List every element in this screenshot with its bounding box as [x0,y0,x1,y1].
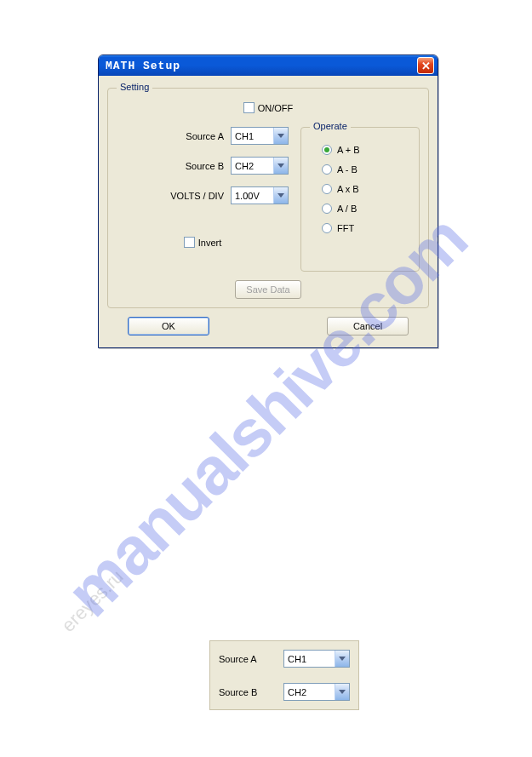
source-a-row: Source A CH1 [117,127,289,145]
operate-radio-fft[interactable]: FFT [322,223,405,233]
window-title: MATH Setup [106,60,180,72]
setting-groupbox: Setting ON/OFF Source A CH1 [107,88,429,308]
operate-radio-adivb[interactable]: A / B [322,204,405,214]
operate-option-label: A + B [337,145,360,155]
mini-source-a-label: Source A [219,654,257,664]
source-b-combo[interactable]: CH2 [231,157,289,175]
mini-source-a-value: CH1 [288,654,306,664]
two-column-layout: Source A CH1 Source B CH2 [117,122,420,272]
operate-groupbox: Operate A + B A - B [300,127,420,272]
voltsdiv-row: VOLTS / DIV 1.00V [117,186,289,204]
chevron-down-icon [273,128,288,144]
chevron-down-icon [335,684,349,700]
mini-source-b-combo[interactable]: CH2 [283,683,350,701]
operate-radio-list: A + B A - B A x B [310,138,410,240]
math-setup-window: MATH Setup ✕ Setting ON/OFF Source A [98,54,438,348]
checkbox-box-icon [243,102,255,113]
source-b-value: CH2 [235,161,254,171]
mini-source-b-value: CH2 [288,687,306,697]
source-a-label: Source A [186,131,224,141]
invert-checkbox[interactable]: Invert [184,237,222,248]
cancel-button[interactable]: Cancel [327,317,409,335]
source-a-combo[interactable]: CH1 [231,127,289,145]
voltsdiv-value: 1.00V [235,191,260,201]
source-a-value: CH1 [235,131,254,141]
radio-dot-icon [322,164,332,175]
radio-dot-icon [322,204,332,214]
invert-row: Invert [117,237,289,248]
mini-source-panel: Source A CH1 Source B CH2 [209,640,359,710]
client-area: Setting ON/OFF Source A CH1 [99,76,438,347]
setting-legend: Setting [117,82,152,92]
operate-option-label: A / B [337,204,357,214]
radio-dot-icon [322,145,332,155]
save-data-button[interactable]: Save Data [235,280,301,299]
mini-source-b-row: Source B CH2 [219,683,350,701]
titlebar: MATH Setup ✕ [99,55,438,76]
ok-button[interactable]: OK [128,317,209,335]
onoff-label: ON/OFF [258,103,294,113]
onoff-row: ON/OFF [117,102,420,113]
mini-source-a-row: Source A CH1 [219,650,350,668]
chevron-down-icon [335,651,349,667]
operate-option-label: A x B [337,184,359,194]
close-button[interactable]: ✕ [417,57,434,74]
chevron-down-icon [273,158,288,174]
onoff-checkbox[interactable]: ON/OFF [243,102,294,113]
watermark-small: ereyes.ru [57,566,128,637]
mini-source-a-combo[interactable]: CH1 [283,650,350,668]
radio-dot-icon [322,184,332,194]
checkbox-box-icon [184,237,195,248]
dialog-button-row: OK Cancel [107,308,429,339]
save-row: Save Data [117,280,420,299]
operate-option-label: FFT [337,223,354,233]
operate-legend: Operate [310,121,351,131]
operate-radio-axb[interactable]: A x B [322,184,405,194]
invert-label: Invert [198,238,222,248]
operate-option-label: A - B [337,164,358,175]
source-b-row: Source B CH2 [117,157,289,175]
operate-radio-aplusb[interactable]: A + B [322,145,405,155]
left-column: Source A CH1 Source B CH2 [117,122,289,248]
source-b-label: Source B [186,161,224,171]
radio-dot-icon [322,223,332,233]
operate-radio-aminusb[interactable]: A - B [322,164,405,175]
setting-content: ON/OFF Source A CH1 Source B [117,99,420,299]
chevron-down-icon [273,187,288,204]
voltsdiv-combo[interactable]: 1.00V [231,186,289,204]
voltsdiv-label: VOLTS / DIV [170,191,224,201]
mini-source-b-label: Source B [219,687,257,697]
close-icon: ✕ [421,60,431,72]
